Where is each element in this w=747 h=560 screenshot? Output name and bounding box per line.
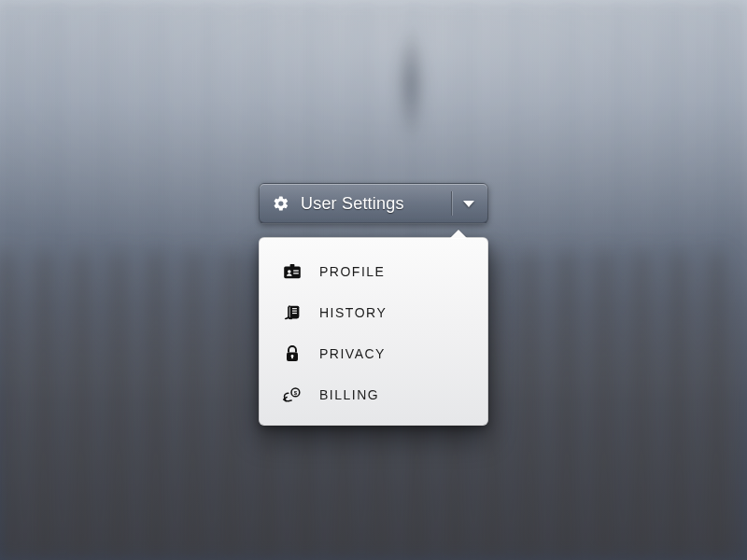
profile-icon <box>282 264 303 279</box>
svg-rect-3 <box>293 270 299 271</box>
history-icon <box>282 304 303 321</box>
user-settings-dropdown: User Settings PROFILE HISTORY PRIVACY $ <box>259 183 488 224</box>
dropdown-label: User Settings <box>301 194 445 214</box>
privacy-icon <box>282 344 303 363</box>
user-settings-menu: PROFILE HISTORY PRIVACY $ BILLING <box>259 237 488 426</box>
svg-text:$: $ <box>294 390 298 396</box>
svg-point-2 <box>288 270 291 273</box>
menu-item-profile[interactable]: PROFILE <box>260 251 487 292</box>
menu-item-label: BILLING <box>319 387 379 402</box>
menu-item-label: PROFILE <box>319 264 385 279</box>
menu-item-label: HISTORY <box>319 305 387 320</box>
svg-rect-10 <box>291 356 293 358</box>
menu-item-billing[interactable]: $ BILLING <box>260 374 487 415</box>
user-settings-button[interactable]: User Settings <box>259 183 488 224</box>
menu-item-privacy[interactable]: PRIVACY <box>260 333 487 374</box>
svg-rect-4 <box>293 273 299 273</box>
svg-rect-6 <box>292 311 297 312</box>
menu-item-history[interactable]: HISTORY <box>260 292 487 333</box>
svg-rect-0 <box>284 266 301 278</box>
svg-rect-1 <box>290 264 295 267</box>
dropdown-divider <box>451 191 452 216</box>
gear-icon <box>273 195 289 212</box>
svg-rect-7 <box>292 313 297 314</box>
menu-item-label: PRIVACY <box>319 346 386 361</box>
svg-rect-5 <box>292 308 297 309</box>
billing-icon: $ <box>282 386 303 403</box>
chevron-down-icon <box>463 201 474 207</box>
